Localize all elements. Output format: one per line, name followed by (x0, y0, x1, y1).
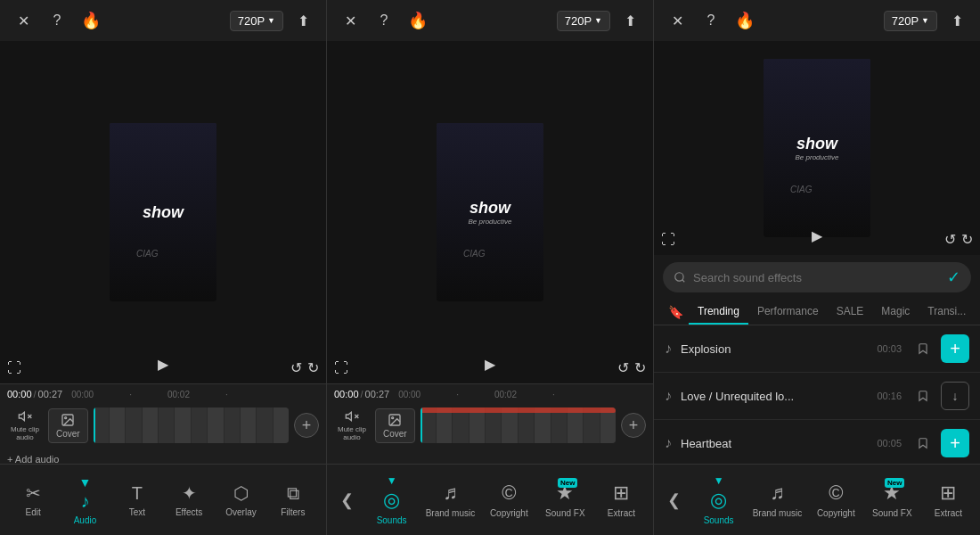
add-clip-button-mid[interactable]: + (621, 413, 646, 438)
play-button-left[interactable]: ▶ (151, 351, 176, 376)
tab-performance[interactable]: Performance (748, 300, 828, 325)
tool-filters[interactable]: ⧉ Filters (275, 483, 311, 517)
mute-clip-button-mid[interactable]: Mute clip audio (334, 409, 370, 441)
add-sound-button-0[interactable]: + (941, 334, 969, 363)
playback-controls-right: ▶ (804, 223, 829, 248)
total-time-left: 00:27 (38, 389, 63, 399)
nav-sounds-right[interactable]: ▼ ◎ Sounds (697, 474, 741, 525)
add-sound-button-2[interactable]: + (941, 429, 969, 457)
play-button-mid[interactable]: ▶ (478, 351, 502, 376)
search-input[interactable] (693, 271, 940, 284)
nav-soundfx-right[interactable]: ★ New Sound FX (870, 482, 914, 518)
nav-brand-music-right[interactable]: ♬ Brand music (753, 482, 803, 518)
undo-button[interactable]: ↺ (290, 359, 302, 376)
redo-button-right[interactable]: ↻ (961, 231, 973, 248)
bookmark-button-0[interactable] (911, 336, 935, 361)
list-item[interactable]: ♪ Love / Unrequited lo... 00:16 ↓ (654, 373, 980, 420)
timeline-track-left[interactable] (94, 407, 289, 443)
video-preview-mid: show Be productive CIAG (437, 123, 543, 301)
close-button-mid[interactable]: ✕ (338, 8, 363, 33)
redo-button-mid[interactable]: ↻ (634, 359, 646, 376)
fire-icon: 🔥 (78, 8, 103, 33)
preview-text-show-right: show (796, 135, 839, 153)
music-note-icon-0: ♪ (665, 341, 672, 357)
current-time-left: 00:00 (7, 389, 32, 399)
preview-text-sub-right: Be productive (796, 153, 839, 161)
fire-icon-right: 🔥 (732, 8, 757, 33)
preview-mid: show Be productive CIAG ⛶ ▶ ↺ ↻ (327, 41, 653, 383)
help-button-right[interactable]: ? (698, 8, 723, 33)
playback-controls-mid: ▶ (478, 351, 502, 376)
panel-right: ✕ ? 🔥 720P ▼ ⬆ show Be productive CIAG ⛶… (654, 0, 980, 535)
audio-track-left: + Add audio (0, 447, 326, 472)
add-clip-button[interactable]: + (294, 413, 319, 438)
upload-button-right[interactable]: ⬆ (944, 8, 969, 33)
tool-effects[interactable]: ✦ Effects (171, 482, 207, 517)
upload-button[interactable]: ⬆ (290, 8, 315, 33)
timeline-track-mid[interactable] (421, 407, 616, 443)
close-button[interactable]: ✕ (11, 8, 36, 33)
svg-marker-1 (19, 412, 24, 420)
add-audio-button[interactable]: + Add audio (7, 454, 59, 465)
sound-name-0: Explosion (681, 342, 731, 356)
tool-text[interactable]: T Text (119, 483, 155, 517)
filters-icon: ⧉ (287, 483, 299, 504)
bookmark-tab-icon[interactable]: 🔖 (663, 300, 689, 325)
bottom-nav-right: ❮ ▼ ◎ Sounds ♬ Brand music © Copyright ★… (654, 464, 980, 535)
tab-magic[interactable]: Magic (872, 300, 919, 325)
sounds-arrow-icon-mid: ▼ (387, 474, 397, 487)
nav-soundfx-mid[interactable]: ★ New Sound FX (543, 482, 587, 518)
tab-sale[interactable]: SALE (828, 300, 873, 325)
cover-button-mid[interactable]: Cover (375, 408, 415, 443)
back-button-mid[interactable]: ❮ (337, 490, 358, 511)
play-button-right[interactable]: ▶ (804, 223, 829, 248)
list-item[interactable]: ♪ Heartbeat 00:05 + (654, 420, 980, 464)
back-button-right[interactable]: ❮ (664, 490, 685, 511)
undo-button-right[interactable]: ↺ (944, 231, 956, 248)
topbar-mid: ✕ ? 🔥 720P ▼ ⬆ (327, 0, 653, 41)
total-time-mid: 00:27 (365, 389, 390, 399)
nav-sounds-mid[interactable]: ▼ ◎ Sounds (370, 474, 414, 525)
nav-extract-right[interactable]: ⊞ Extract (926, 482, 970, 518)
undo-button-mid[interactable]: ↺ (617, 359, 629, 376)
cover-button[interactable]: Cover (48, 408, 88, 443)
download-button-1[interactable]: ↓ (941, 382, 969, 410)
tool-overlay[interactable]: ⬡ Overlay (223, 482, 258, 517)
quality-selector-right[interactable]: 720P ▼ (884, 11, 937, 31)
list-item[interactable]: ♪ Explosion 00:03 + (654, 325, 980, 373)
close-button-right[interactable]: ✕ (665, 8, 690, 33)
upload-button-mid[interactable]: ⬆ (617, 8, 642, 33)
search-confirm-button[interactable]: ✓ (947, 268, 960, 287)
expand-button-right[interactable]: ⛶ (661, 232, 675, 248)
preview-left: show CIAG ⛶ ▶ ↺ ↻ (0, 41, 326, 383)
nav-brand-music-mid[interactable]: ♬ Brand music (426, 482, 476, 518)
redo-button[interactable]: ↻ (307, 359, 319, 376)
expand-button-mid[interactable]: ⛶ (334, 360, 348, 376)
tool-edit[interactable]: ✂ Edit (15, 482, 51, 517)
timeline-left: 00:00 / 00:27 00:00 · 00:02 · Mute clip … (0, 383, 326, 464)
svg-point-5 (65, 416, 67, 418)
search-bar: ✓ (663, 262, 971, 292)
tab-trending[interactable]: Trending (689, 300, 748, 325)
nav-copyright-right[interactable]: © Copyright (813, 482, 858, 518)
copyright-icon-mid: © (502, 482, 516, 505)
effects-icon: ✦ (182, 482, 197, 504)
sounds-arrow-icon-right: ▼ (714, 474, 724, 487)
preview-right: show Be productive CIAG ⛶ ▶ ↺ ↻ (654, 41, 980, 255)
bookmark-button-2[interactable] (911, 431, 935, 456)
nav-copyright-mid[interactable]: © Copyright (486, 482, 531, 518)
svg-text:CIAG: CIAG (136, 249, 159, 259)
quality-selector-mid[interactable]: 720P ▼ (557, 11, 610, 31)
tool-audio[interactable]: ▼ ♪ Audio (67, 475, 102, 525)
sounds-icon-right: ◎ (710, 489, 727, 512)
bookmark-button-1[interactable] (911, 383, 935, 408)
quality-selector[interactable]: 720P ▼ (230, 11, 283, 31)
topbar-right: ✕ ? 🔥 720P ▼ ⬆ (654, 0, 980, 41)
nav-extract-mid[interactable]: ⊞ Extract (599, 482, 643, 518)
topbar-left: ✕ ? 🔥 720P ▼ ⬆ (0, 0, 326, 41)
help-button[interactable]: ? (45, 8, 69, 33)
help-button-mid[interactable]: ? (372, 8, 396, 33)
tab-transi[interactable]: Transi... (919, 300, 975, 325)
mute-clip-button[interactable]: Mute clip audio (7, 409, 43, 441)
expand-button[interactable]: ⛶ (7, 360, 21, 376)
